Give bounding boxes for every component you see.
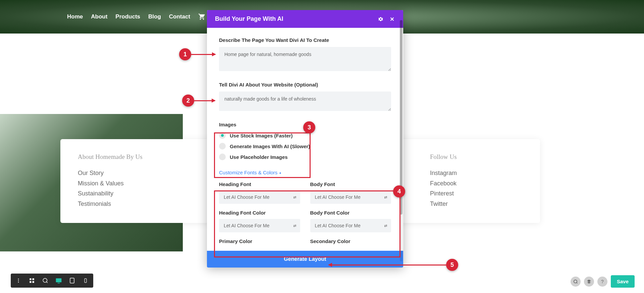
svg-point-11 [43,278,47,282]
save-button[interactable]: Save [611,275,635,288]
svg-rect-15 [70,278,74,283]
radio-label: Use Placeholder Images [230,154,288,160]
tell-label: Tell Divi AI About Your Website (Optiona… [219,82,391,87]
footer-heading: About Homemade By Us [78,153,170,161]
svg-point-6 [18,282,19,283]
radio-circle-icon [219,132,226,139]
svg-rect-16 [85,279,87,283]
radio-ai[interactable]: Generate Images With AI (Slower) [219,143,391,150]
footer-link[interactable]: Twitter [430,199,523,209]
nav-home[interactable]: Home [67,13,83,20]
footer-link[interactable]: Instagram [430,168,523,178]
font-label: Heading Font Color [219,210,300,216]
body-color-select[interactable]: Let AI Choose For Me [310,219,391,232]
annotation-2: 2 [182,95,215,107]
gear-icon[interactable] [378,16,384,22]
footer-link[interactable]: Testimonials [78,199,170,209]
nav-menu: Home About Products Blog Contact [67,13,221,20]
svg-point-4 [18,279,19,280]
tell-group: Tell Divi AI About Your Website (Optiona… [219,82,391,112]
customize-toggle[interactable]: Customize Fonts & Colors [219,170,281,175]
annotation-badge: 1 [179,48,191,60]
body-color-item: Body Font Color Let AI Choose For Me [310,210,391,232]
close-icon[interactable] [389,16,395,22]
tablet-icon[interactable] [68,276,76,285]
modal-body: Describe The Page You Want Divi AI To Cr… [207,28,403,251]
heading-color-item: Heading Font Color Let AI Choose For Me [219,210,300,232]
annotation-1: 1 [179,48,215,60]
footer-link[interactable]: Pinterest [430,188,523,199]
footer-link[interactable]: Our Story [78,168,170,178]
annotation-badge: 3 [303,121,315,133]
arrow-icon [194,100,215,101]
bottom-toolbar [11,274,93,288]
footer-heading: Follow Us [430,153,523,161]
footer-col-follow: Follow Us Instagram Facebook Pinterest T… [430,153,523,209]
secondary-color-item: Secondary Color [310,238,391,244]
desktop-icon[interactable] [54,276,63,285]
heading-font-item: Heading Font Let AI Choose For Me [219,181,300,204]
ai-modal: Build Your Page With AI Describe The Pag… [207,10,403,268]
svg-rect-7 [30,278,31,280]
nav-about[interactable]: About [91,13,107,20]
annotation-badge: 4 [393,185,405,197]
footer-col-about: About Homemade By Us Our Story Mission &… [78,153,170,209]
describe-group: Describe The Page You Want Divi AI To Cr… [219,37,391,72]
help-circle-icon[interactable]: ? [597,277,607,287]
radio-placeholder[interactable]: Use Placeholder Images [219,154,391,160]
heading-font-select[interactable]: Let AI Choose For Me [219,190,300,204]
font-label: Body Font Color [310,210,391,216]
footer-link[interactable]: Sustainability [78,188,170,199]
bottom-right-controls: ? Save [571,275,635,288]
arrow-icon [191,54,215,55]
svg-rect-8 [33,278,34,280]
search-circle-icon[interactable] [571,277,581,287]
body-font-select[interactable]: Let AI Choose For Me [310,190,391,204]
heading-color-select[interactable]: Let AI Choose For Me [219,219,300,232]
zoom-icon[interactable] [41,276,50,285]
describe-label: Describe The Page You Want Divi AI To Cr… [219,37,391,43]
footer-link[interactable]: Facebook [430,178,523,189]
annotation-badge: 5 [446,259,458,271]
modal-title: Build Your Page With AI [215,15,283,22]
modal-header-icons [378,16,395,22]
annotation-4: 4 [393,185,405,197]
tell-input[interactable]: naturally made goods for a life of whole… [219,92,391,111]
annotation-3: 3 [303,121,315,133]
font-label: Primary Color [219,238,300,244]
annotation-badge: 2 [182,95,194,107]
nav-contact[interactable]: Contact [169,13,190,20]
modal-header: Build Your Page With AI [207,10,403,28]
layers-circle-icon[interactable] [584,277,594,287]
font-label: Secondary Color [310,238,391,244]
body-font-item: Body Font Let AI Choose For Me [310,181,391,204]
svg-rect-9 [33,281,34,283]
cart-icon[interactable] [198,13,206,20]
arrow-icon [329,265,446,266]
svg-rect-10 [30,281,31,283]
annotation-5: 5 [329,259,458,271]
radio-label: Generate Images With AI (Slower) [230,143,310,149]
font-label: Heading Font [219,181,300,187]
svg-line-18 [577,282,578,283]
svg-point-17 [574,280,577,283]
phone-icon[interactable] [81,276,90,285]
footer-link[interactable]: Mission & Values [78,178,170,189]
svg-line-12 [46,282,47,283]
font-label: Body Font [310,181,391,187]
svg-rect-13 [56,278,62,282]
primary-color-item: Primary Color [219,238,300,244]
describe-input[interactable]: Home page for natural, homemade goods [219,47,391,71]
radio-circle-icon [219,154,226,160]
radio-label: Use Stock Images (Faster) [230,133,293,138]
nav-blog[interactable]: Blog [148,13,161,20]
wireframe-icon[interactable] [28,276,36,285]
radio-circle-icon [219,143,226,150]
svg-point-5 [18,280,19,281]
svg-rect-14 [58,283,60,284]
menu-icon[interactable] [14,276,23,285]
nav-products[interactable]: Products [115,13,140,20]
font-grid: Heading Font Let AI Choose For Me Body F… [219,181,391,251]
radio-group: Use Stock Images (Faster) Generate Image… [219,132,391,160]
